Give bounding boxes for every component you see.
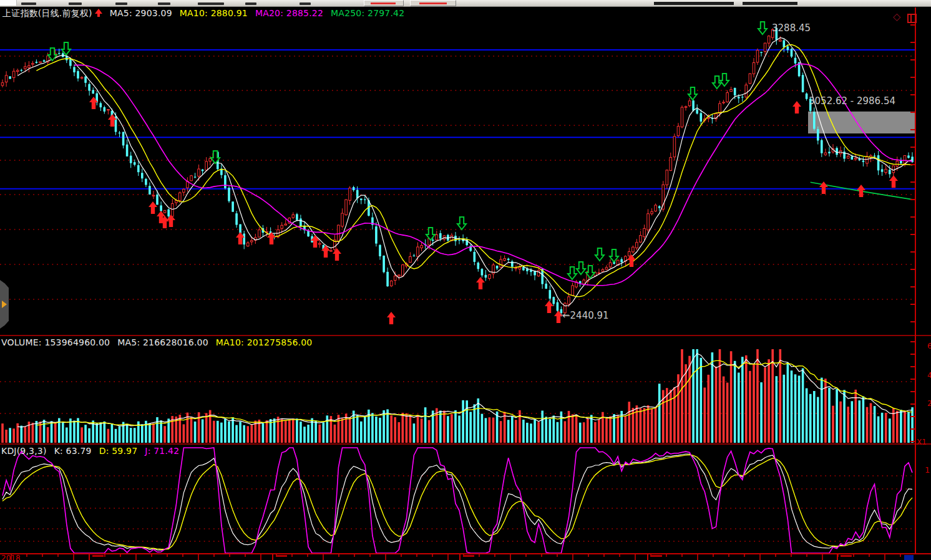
kdj-header: KDJ(9,3,3)K: 63.79D: 59.97J: 71.42	[1, 446, 187, 456]
volume-unit-label: X1	[917, 438, 927, 446]
kdj-name: KDJ(9,3,3)	[1, 446, 47, 456]
chart-title: 上证指数(日线.前复权)	[2, 8, 92, 18]
kdj-k-value: K: 63.79	[54, 446, 92, 456]
ma5-value: MA5: 2903.09	[110, 8, 172, 18]
gap-range-annotation: 3052.62 - 2986.54	[809, 95, 895, 107]
sidebar-flyout-handle[interactable]	[0, 280, 9, 329]
volume-scale-partial-label: 6	[927, 342, 931, 350]
up-arrow-icon	[95, 9, 102, 17]
kdj-j-value: J: 71.42	[145, 446, 179, 456]
volume-ma10-value: MA10: 201275856.00	[216, 337, 313, 347]
ma250-value: MA250: 2797.42	[331, 8, 404, 18]
kdj-d-value: D: 59.97	[99, 446, 138, 456]
chart-canvas[interactable]	[0, 0, 931, 560]
volume-scale-partial-label: 4	[927, 372, 931, 379]
scrollbar-fragment	[904, 555, 914, 560]
stock-chart-window: 上证指数(日线.前复权)MA5: 2903.09MA10: 2880.91MA2…	[0, 0, 931, 560]
volume-header: VOLUME: 153964960.00MA5: 216628016.00MA1…	[1, 337, 319, 347]
volume-ma5-value: MA5: 216628016.00	[117, 337, 208, 347]
ma20-value: MA20: 2885.22	[255, 8, 323, 18]
volume-value: VOLUME: 153964960.00	[1, 337, 110, 347]
window-split-icon[interactable]	[907, 14, 917, 23]
expand-arrow-icon	[2, 301, 7, 308]
volume-scale-partial-label: 2	[927, 400, 931, 407]
ma10-value: MA10: 2880.91	[180, 8, 248, 18]
date-axis-partial-label: 2018	[1, 554, 21, 560]
main-chart-header: 上证指数(日线.前复权)MA5: 2903.09MA10: 2880.91MA2…	[2, 8, 412, 19]
low-price-annotation: ←2440.91	[562, 310, 609, 321]
peak-price-annotation: 3288.45	[772, 22, 811, 34]
diamond-tool-icon[interactable]: ◇	[893, 12, 900, 22]
kdj-scale-partial-label: 1	[925, 466, 930, 474]
